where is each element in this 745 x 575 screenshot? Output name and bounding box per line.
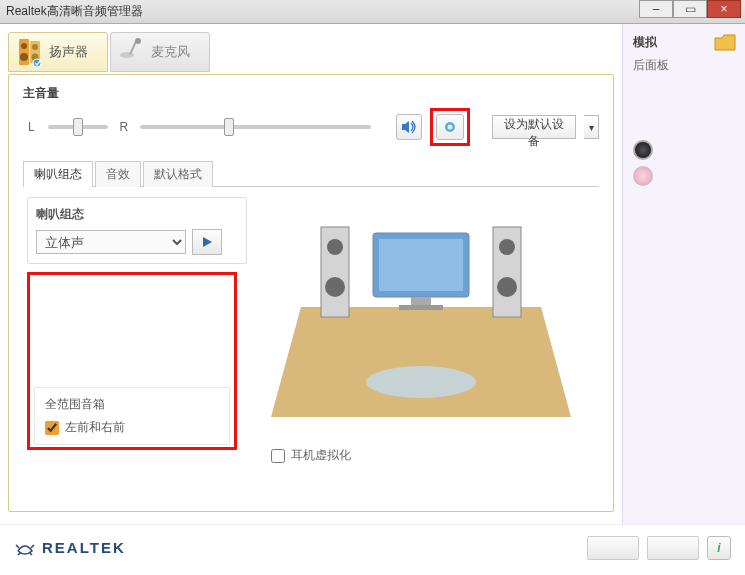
svg-point-11 — [448, 125, 453, 130]
svg-rect-23 — [411, 297, 431, 305]
svg-point-2 — [20, 53, 28, 61]
bottom-button-1[interactable] — [587, 536, 639, 560]
mute-button[interactable] — [396, 114, 422, 140]
balance-right-label: R — [116, 120, 133, 134]
speaker-icon — [15, 37, 43, 67]
fullrange-box: 全范围音箱 左前和右前 — [34, 387, 230, 445]
svg-marker-12 — [271, 307, 571, 417]
play-icon — [200, 235, 214, 249]
minimize-button[interactable]: – — [639, 0, 673, 18]
headphone-virtualization-label: 耳机虚拟化 — [291, 447, 351, 464]
tab-speaker-label: 扬声器 — [49, 43, 88, 61]
speaker-subtabs: 喇叭组态 音效 默认格式 — [23, 160, 599, 187]
highlight-fullrange: 全范围音箱 左前和右前 — [27, 272, 237, 450]
device-tabs: 扬声器 麦克风 — [8, 30, 614, 74]
volume-icon — [401, 120, 417, 134]
balance-left-label: L — [23, 120, 40, 134]
main-volume-row: L R 设为默认设备 ▾ — [23, 108, 599, 146]
headphone-virtualization-checkbox[interactable] — [271, 449, 285, 463]
svg-point-19 — [499, 239, 515, 255]
tab-mic-label: 麦克风 — [151, 43, 190, 61]
subtab-config[interactable]: 喇叭组态 — [23, 161, 93, 187]
svg-rect-22 — [379, 239, 463, 291]
folder-icon[interactable] — [713, 32, 737, 52]
svg-point-4 — [32, 44, 38, 50]
fullrange-front-lr-checkbox[interactable] — [45, 421, 59, 435]
bottom-bar: REALTEK i — [0, 524, 745, 570]
svg-point-7 — [120, 52, 134, 58]
realtek-logo: REALTEK — [14, 537, 126, 559]
realtek-crab-icon — [14, 537, 36, 559]
analog-jack-pink[interactable] — [633, 166, 653, 186]
main-volume-label: 主音量 — [23, 85, 599, 102]
window-controls: – ▭ × — [639, 0, 741, 18]
svg-rect-0 — [19, 39, 29, 65]
close-button[interactable]: × — [707, 0, 741, 18]
title-bar: Realtek高清晰音频管理器 – ▭ × — [0, 0, 745, 24]
svg-point-16 — [327, 239, 343, 255]
tab-speaker[interactable]: 扬声器 — [8, 32, 108, 72]
back-panel-label: 后面板 — [633, 57, 735, 74]
side-panel: 模拟 后面板 — [622, 24, 745, 524]
set-default-button[interactable]: 设为默认设备 — [492, 115, 576, 139]
svg-point-14 — [366, 366, 476, 398]
analog-jack-black[interactable] — [633, 140, 653, 160]
svg-rect-24 — [399, 305, 443, 310]
microphone-icon — [117, 37, 145, 67]
speaker-config-title: 喇叭组态 — [36, 206, 238, 223]
speaker-config-box: 喇叭组态 立体声 — [27, 197, 247, 264]
main-volume-slider[interactable] — [140, 125, 371, 129]
subtab-effects[interactable]: 音效 — [95, 161, 141, 187]
main-panel: 主音量 L R 设为默认设备 ▾ 喇叭组 — [8, 74, 614, 512]
balance-slider[interactable] — [48, 125, 108, 129]
svg-rect-8 — [129, 41, 137, 55]
fullrange-title: 全范围音箱 — [45, 396, 219, 413]
svg-point-1 — [21, 43, 27, 49]
realtek-logo-text: REALTEK — [42, 539, 126, 556]
svg-point-17 — [325, 277, 345, 297]
play-test-button[interactable] — [192, 229, 222, 255]
svg-point-20 — [497, 277, 517, 297]
speaker-config-select[interactable]: 立体声 — [36, 230, 186, 254]
set-default-dropdown[interactable]: ▾ — [584, 115, 599, 139]
speaker-room-illustration — [271, 197, 571, 437]
bottom-button-2[interactable] — [647, 536, 699, 560]
fullrange-front-lr-label: 左前和右前 — [65, 419, 125, 436]
subtab-default-format[interactable]: 默认格式 — [143, 161, 213, 187]
speaker-config-area: 喇叭组态 立体声 全范围音箱 — [23, 187, 599, 460]
maximize-button[interactable]: ▭ — [673, 0, 707, 18]
info-button[interactable]: i — [707, 536, 731, 560]
svg-point-9 — [135, 38, 141, 44]
tab-microphone[interactable]: 麦克风 — [110, 32, 210, 72]
window-title: Realtek高清晰音频管理器 — [6, 3, 143, 20]
highlight-advanced-settings — [430, 108, 470, 146]
device-advanced-settings-button[interactable] — [436, 114, 464, 140]
device-advanced-settings-icon — [443, 120, 457, 134]
